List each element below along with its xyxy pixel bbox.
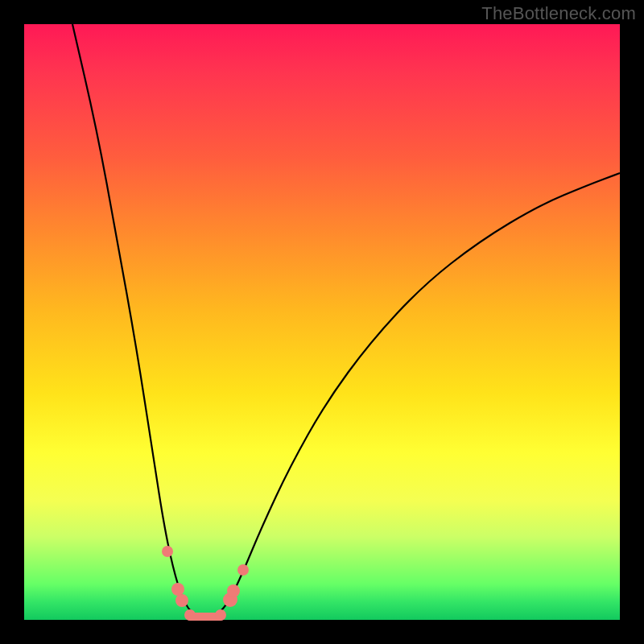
marker-dot-3: [184, 609, 196, 621]
marker-dot-0: [162, 546, 173, 557]
marker-dot-6: [227, 584, 240, 597]
marker-dot-2: [175, 594, 188, 607]
curve-markers: [162, 546, 249, 621]
marker-dot-1: [171, 583, 184, 596]
marker-dot-7: [237, 564, 249, 576]
chart-frame: TheBottleneck.com: [0, 0, 644, 644]
bottleneck-curve: [72, 24, 620, 617]
marker-dot-4: [215, 609, 226, 621]
curve-layer: [24, 24, 620, 620]
watermark-text: TheBottleneck.com: [481, 3, 636, 24]
plot-area: [24, 24, 620, 620]
